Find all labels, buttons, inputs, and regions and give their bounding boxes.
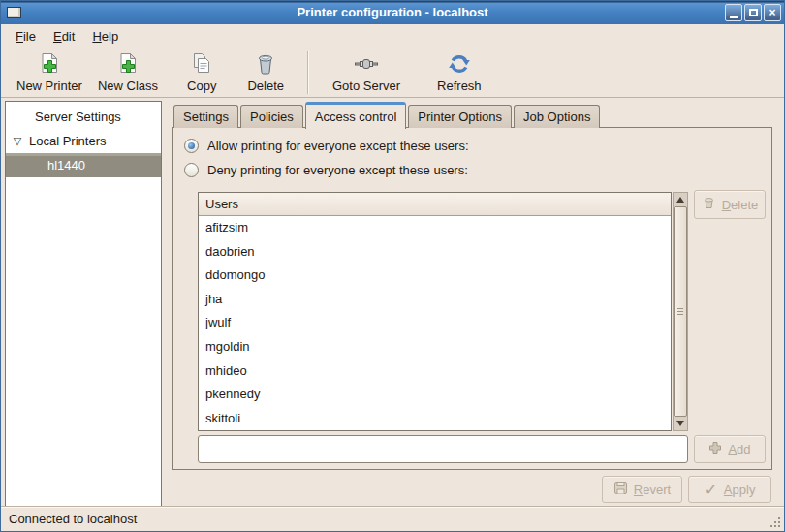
tab-job-options[interactable]: Job Options	[514, 105, 600, 128]
tree-item-label: Server Settings	[35, 110, 121, 124]
delete-user-button[interactable]: Delete	[694, 190, 766, 219]
users-list: Users afitzsim daobrien ddomongo jha jwu…	[198, 192, 672, 431]
users-scrollbar[interactable]	[673, 192, 688, 431]
close-button[interactable]: ×	[764, 4, 781, 21]
delete-toolbar-label: Delete	[247, 78, 284, 93]
users-column-header[interactable]: Users	[199, 193, 671, 216]
new-printer-label: New Printer	[16, 78, 82, 93]
apply-button[interactable]: ✓ Apply	[688, 476, 771, 503]
minimize-button[interactable]	[725, 4, 742, 21]
access-control-page: Allow printing for everyone except these…	[172, 127, 772, 470]
allow-radio-label: Allow printing for everyone except these…	[207, 139, 469, 153]
tree-item-local-printers[interactable]: ▽ Local Printers	[6, 129, 161, 153]
trash-small-icon	[702, 196, 716, 213]
tree-item-label: hl1440	[47, 158, 85, 172]
resize-grip[interactable]	[769, 516, 780, 527]
goto-server-label: Goto Server	[332, 78, 400, 93]
user-row[interactable]: pkennedy	[199, 383, 671, 407]
user-row[interactable]: ddomongo	[199, 264, 671, 288]
new-class-label: New Class	[98, 78, 158, 93]
copy-label: Copy	[187, 78, 216, 93]
user-row[interactable]: daobrien	[199, 240, 671, 265]
revert-label: Revert	[634, 483, 671, 497]
toolbar: New Printer New Class Copy Delete Goto	[1, 47, 784, 98]
new-class-button[interactable]: New Class	[90, 50, 166, 93]
scroll-up-icon[interactable]	[674, 193, 687, 206]
delete-user-label: Delete	[722, 198, 759, 212]
revert-button[interactable]: Revert	[602, 476, 682, 503]
add-user-label: Add	[728, 442, 750, 456]
refresh-icon	[447, 50, 472, 78]
maximize-icon	[749, 9, 758, 16]
tab-settings[interactable]: Settings	[173, 105, 238, 128]
tree-item-hl1440[interactable]: hl1440	[6, 153, 161, 177]
menu-file[interactable]: File	[7, 26, 45, 47]
copy-icon	[189, 50, 214, 78]
titlebar[interactable]: Printer configuration - localhost ×	[1, 1, 784, 24]
plug-icon	[354, 50, 379, 78]
printer-config-window: Printer configuration - localhost × File…	[0, 0, 785, 532]
goto-server-button[interactable]: Goto Server	[325, 50, 408, 93]
new-printer-icon	[37, 50, 62, 78]
window-title: Printer configuration - localhost	[1, 1, 784, 24]
maximize-button[interactable]	[744, 4, 762, 21]
deny-radio-row[interactable]: Deny printing for everyone except these …	[184, 163, 468, 177]
printer-tree: Server Settings ▽ Local Printers hl1440	[5, 101, 162, 507]
refresh-label: Refresh	[437, 78, 482, 93]
tree-item-label: Local Printers	[29, 134, 106, 148]
scroll-down-icon[interactable]	[674, 417, 687, 430]
deny-radio-label: Deny printing for everyone except these …	[207, 163, 468, 177]
delete-toolbar-button[interactable]: Delete	[239, 50, 292, 93]
new-class-icon	[115, 50, 141, 78]
tab-printer-options[interactable]: Printer Options	[408, 105, 512, 128]
minimize-icon	[730, 16, 738, 18]
add-user-input[interactable]	[198, 435, 688, 463]
copy-button[interactable]: Copy	[179, 50, 224, 93]
trash-icon	[253, 50, 278, 78]
user-row[interactable]: skittoli	[199, 407, 671, 431]
user-row[interactable]: jwulf	[199, 311, 671, 335]
menu-help[interactable]: Help	[83, 26, 127, 47]
statusbar: Connected to localhost	[1, 506, 784, 531]
scrollbar-thumb[interactable]	[674, 206, 687, 417]
plus-icon	[708, 441, 722, 457]
user-row[interactable]: afitzsim	[199, 216, 671, 240]
allow-radio-button[interactable]	[184, 139, 199, 153]
close-icon: ×	[769, 7, 775, 18]
tree-item-server-settings[interactable]: Server Settings	[6, 105, 161, 129]
notebook-tabs: Settings Policies Access control Printer…	[173, 101, 602, 128]
tab-access-control[interactable]: Access control	[305, 102, 407, 129]
add-user-button[interactable]: Add	[694, 435, 766, 463]
allow-radio-row[interactable]: Allow printing for everyone except these…	[184, 139, 469, 153]
apply-label: Apply	[724, 483, 756, 497]
new-printer-button[interactable]: New Printer	[9, 50, 90, 93]
menu-edit[interactable]: Edit	[45, 26, 83, 47]
check-icon: ✓	[705, 482, 718, 498]
status-text: Connected to localhost	[9, 512, 137, 526]
menubar: File Edit Help	[1, 24, 784, 47]
user-row[interactable]: jha	[199, 288, 671, 312]
deny-radio-button[interactable]	[184, 163, 199, 177]
floppy-icon	[613, 481, 628, 498]
toolbar-separator	[307, 51, 309, 94]
refresh-button[interactable]: Refresh	[429, 50, 489, 93]
expander-triangle-icon[interactable]: ▽	[6, 135, 29, 147]
tab-policies[interactable]: Policies	[240, 105, 303, 128]
user-row[interactable]: mgoldin	[199, 335, 671, 360]
user-row[interactable]: mhideo	[199, 360, 671, 384]
